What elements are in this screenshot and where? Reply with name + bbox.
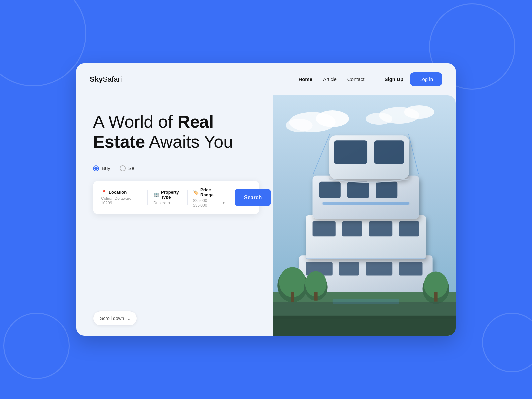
- nav-links: Home Article Contact: [298, 76, 364, 82]
- logo-bold: Sky: [90, 75, 103, 83]
- svg-point-2: [316, 110, 349, 127]
- location-label: 📍 Location: [101, 190, 142, 195]
- radio-buy[interactable]: Buy: [93, 165, 110, 171]
- svg-rect-37: [291, 292, 294, 302]
- nav-home[interactable]: Home: [298, 76, 312, 82]
- hero-image-panel: [273, 95, 456, 336]
- radio-sell-label: Sell: [128, 165, 137, 171]
- svg-rect-43: [434, 292, 438, 302]
- main-card: SkySafari Home Article Contact Sign Up L…: [76, 63, 456, 336]
- nav-article[interactable]: Article: [323, 76, 337, 82]
- price-label: 🏷️ Price Range: [193, 187, 225, 197]
- svg-rect-29: [374, 140, 404, 164]
- svg-rect-16: [342, 221, 362, 236]
- radio-sell[interactable]: Sell: [120, 165, 137, 171]
- scroll-down-label: Scroll down: [100, 316, 124, 321]
- svg-rect-11: [399, 262, 422, 275]
- building-icon: 🏢: [153, 192, 159, 197]
- svg-rect-46: [332, 299, 399, 304]
- property-value[interactable]: Duplex ▼: [153, 201, 182, 205]
- location-field: 📍 Location Celina, Delaware 10299: [101, 190, 148, 205]
- navbar: SkySafari Home Article Contact Sign Up L…: [76, 63, 456, 95]
- nav-contact[interactable]: Contact: [347, 76, 365, 82]
- location-value[interactable]: Celina, Delaware 10299: [101, 196, 142, 205]
- svg-rect-15: [313, 221, 336, 236]
- search-button[interactable]: Search: [235, 189, 271, 206]
- svg-rect-28: [334, 140, 367, 164]
- logo: SkySafari: [90, 75, 122, 84]
- svg-point-5: [404, 105, 434, 119]
- svg-point-6: [366, 113, 392, 125]
- svg-point-3: [286, 119, 312, 132]
- search-bar: 📍 Location Celina, Delaware 10299 🏢 Prop…: [93, 181, 259, 214]
- logo-regular: Safari: [103, 75, 122, 83]
- svg-rect-24: [376, 182, 397, 198]
- svg-rect-17: [369, 221, 392, 236]
- main-content: A World of RealEstate Awaits You Buy Sel…: [76, 95, 456, 336]
- svg-rect-25: [323, 202, 409, 205]
- svg-rect-18: [399, 221, 419, 236]
- svg-rect-23: [347, 182, 369, 198]
- svg-rect-40: [314, 292, 318, 301]
- location-icon: 📍: [101, 190, 107, 195]
- signup-button[interactable]: Sign Up: [384, 76, 403, 82]
- property-label: 🏢 Property Type: [153, 190, 182, 200]
- property-type-field: 🏢 Property Type Duplex ▼: [148, 190, 188, 205]
- radio-sell-circle: [120, 165, 126, 171]
- svg-rect-10: [366, 262, 392, 275]
- price-value[interactable]: $25,000–$35,000 ▼: [193, 199, 225, 208]
- left-panel: A World of RealEstate Awaits You Buy Sel…: [76, 95, 273, 336]
- price-range-field: 🏷️ Price Range $25,000–$35,000 ▼: [188, 187, 231, 208]
- radio-buy-label: Buy: [102, 165, 110, 171]
- arrow-down-icon: ↓: [127, 315, 130, 321]
- hero-title: A World of RealEstate Awaits You: [93, 112, 259, 152]
- svg-rect-45: [273, 316, 456, 336]
- radio-group: Buy Sell: [93, 165, 259, 171]
- login-button[interactable]: Log in: [410, 72, 442, 86]
- nav-actions: Sign Up Log in: [384, 72, 442, 86]
- property-dropdown-icon: ▼: [168, 201, 171, 205]
- price-icon: 🏷️: [193, 190, 199, 195]
- svg-rect-9: [339, 262, 359, 275]
- svg-rect-22: [319, 182, 341, 198]
- price-dropdown-icon: ▼: [222, 201, 225, 205]
- radio-buy-circle: [93, 165, 99, 171]
- scroll-down-button[interactable]: Scroll down ↓: [93, 311, 137, 326]
